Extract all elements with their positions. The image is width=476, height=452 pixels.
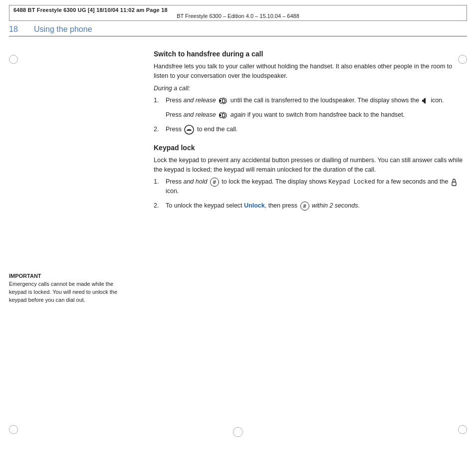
- handsfree-step-1: 1. Press and release until the call is t…: [154, 96, 467, 105]
- header-top-line: 6488 BT Freestyle 6300 UG [4] 18/10/04 1…: [13, 7, 168, 13]
- page-area: 18 Using the phone IMPORTANT Emergency c…: [9, 25, 467, 444]
- svg-rect-6: [452, 182, 456, 186]
- handsfree-step-2: 2. Press to end the call.: [154, 125, 467, 135]
- important-text: Emergency calls cannot be made while the…: [9, 280, 124, 304]
- handsfree-heading: Switch to handsfree during a call: [154, 50, 467, 58]
- during-call-label: During a call:: [154, 84, 467, 93]
- section-header: 18 Using the phone: [9, 25, 467, 36]
- keypad-intro: Lock the keypad to prevent any accidenta…: [154, 156, 467, 175]
- keypad-step-1-text: Press and hold # to lock the keypad. The…: [166, 177, 467, 196]
- keypad-step-num-1: 1.: [154, 177, 163, 196]
- handsfree-intro: Handsfree lets you talk to your caller w…: [154, 62, 467, 81]
- keypad-step-num-2: 2.: [154, 201, 163, 211]
- step-1-text: Press and release until the call is tran…: [166, 96, 467, 105]
- handsfree-step-1-sub: Press and release again if you want to s…: [166, 110, 467, 120]
- svg-rect-4: [219, 114, 221, 116]
- display-speaker-icon: [422, 97, 428, 105]
- left-column: IMPORTANT Emergency calls cannot be made…: [9, 45, 144, 444]
- section-title: Using the phone: [34, 25, 92, 34]
- end-call-icon: [184, 125, 194, 135]
- hash-icon-2: #: [300, 202, 309, 211]
- svg-rect-2: [422, 100, 424, 102]
- lock-icon: [451, 178, 457, 186]
- page-number: 18: [9, 25, 24, 34]
- step-2-text: Press to end the call.: [166, 125, 467, 135]
- speaker-icon: [219, 96, 228, 105]
- hash-icon-1: #: [210, 178, 219, 187]
- speaker-icon-2: [219, 111, 228, 120]
- handsfree-section: Switch to handsfree during a call Handsf…: [154, 50, 467, 135]
- page-header: 6488 BT Freestyle 6300 UG [4] 18/10/04 1…: [9, 5, 467, 21]
- important-label: IMPORTANT: [9, 273, 124, 279]
- important-box: IMPORTANT Emergency calls cannot be made…: [9, 273, 124, 304]
- svg-rect-1: [219, 100, 221, 102]
- header-bottom-line: BT Freestyle 6300 – Edition 4.0 – 15.10.…: [13, 13, 463, 19]
- keypad-step-2: 2. To unlock the keypad select Unlock, t…: [154, 201, 467, 211]
- step-num-2: 2.: [154, 125, 163, 135]
- keypad-section: Keypad lock Lock the keypad to prevent a…: [154, 144, 467, 211]
- keypad-step-1: 1. Press and hold # to lock the keypad. …: [154, 177, 467, 196]
- step-num-1: 1.: [154, 96, 163, 105]
- keypad-step-2-text: To unlock the keypad select Unlock, then…: [166, 201, 467, 211]
- right-column: Switch to handsfree during a call Handsf…: [154, 45, 467, 444]
- keypad-heading: Keypad lock: [154, 144, 467, 152]
